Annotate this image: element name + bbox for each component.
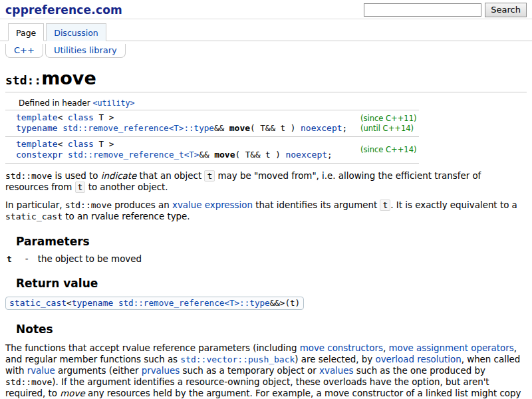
italic-text: move	[60, 388, 84, 398]
inline-code-box: t	[75, 182, 86, 193]
code-keyword: class	[68, 139, 94, 149]
code-keyword: template	[16, 139, 58, 149]
page-title: std::move	[5, 67, 527, 90]
site-header: cppreference.com Search	[0, 0, 532, 19]
code-text: ;	[342, 123, 348, 133]
text: to an rvalue reference type.	[63, 211, 190, 221]
parameter-name: t	[7, 254, 12, 264]
code-text: T >	[94, 139, 114, 149]
declaration-row: template< class T > typename std::remove…	[5, 110, 419, 137]
intro-paragraph: std::move is used to indicate that an ob…	[5, 170, 527, 193]
version-labels: (since C++14)	[360, 137, 419, 164]
code-link[interactable]: <utility>	[92, 98, 134, 108]
declaration-line: typename std::remove_reference<T>::type&…	[16, 123, 360, 134]
code-link[interactable]: std::remove_reference<T>::type	[63, 123, 214, 133]
intro-paragraph: In particular, std::move produces an xva…	[5, 200, 527, 222]
tab-discussion[interactable]: Discussion	[46, 23, 106, 41]
function-name: move	[229, 123, 250, 133]
code-text: &&	[214, 123, 229, 133]
search-button[interactable]: Search	[485, 3, 527, 17]
text: ) are selected, by	[295, 354, 375, 364]
code-text	[113, 298, 118, 308]
code-link[interactable]: std::vector::push_back	[180, 354, 295, 364]
section-heading-notes: Notes	[16, 323, 527, 336]
text: is used to	[52, 171, 100, 181]
code-text: static_cast	[5, 211, 63, 221]
code-link[interactable]: std::remove_reference_t<T>	[68, 150, 199, 160]
declaration-table: Defined in header <utility> template< cl…	[5, 96, 419, 164]
parameter-dash: -	[25, 254, 29, 264]
title-separator	[5, 92, 527, 92]
code-keyword: static_cast	[9, 298, 66, 308]
code-text: ( T&& t )	[250, 123, 301, 133]
search-area: Search	[364, 3, 527, 17]
code-keyword: typename	[72, 298, 114, 308]
code-text	[63, 150, 68, 160]
text: The functions that accept rvalue referen…	[5, 343, 300, 353]
tab-page[interactable]: Page	[8, 23, 44, 41]
text: such as a temporary object or	[180, 366, 319, 376]
breadcrumb: C++ Utilities library	[0, 41, 532, 62]
declaration-code: template< class T > constexpr std::remov…	[5, 137, 360, 164]
code-text: ( T&& t )	[235, 150, 286, 160]
code-text: <	[58, 139, 68, 149]
text: to another object.	[85, 182, 168, 192]
breadcrumb-utilities-library[interactable]: Utilities library	[45, 44, 126, 58]
text-link[interactable]: move assignment operators	[388, 343, 513, 353]
defined-in-header-cell: Defined in header <utility>	[5, 96, 419, 110]
section-heading-parameters: Parameters	[16, 235, 527, 248]
text-link[interactable]: rvalue	[27, 366, 55, 376]
code-text: &&	[199, 150, 214, 160]
main-content: std::move Defined in header <utility> te…	[0, 67, 532, 399]
code-keyword: template	[16, 112, 58, 122]
declaration-line: template< class T >	[16, 139, 360, 150]
code-text: <	[66, 298, 72, 308]
code-keyword: noexcept	[285, 150, 327, 160]
return-value-code-box: static_cast<typename std::remove_referen…	[5, 297, 304, 310]
code-keyword: class	[68, 112, 94, 122]
code-text: std::move	[65, 200, 112, 210]
text-link[interactable]: xvalue expression	[172, 200, 253, 210]
parameter-description: the object to be moved	[38, 254, 142, 264]
version-labels: (since C++11) (until C++14)	[360, 110, 419, 137]
text-link[interactable]: overload resolution	[375, 354, 461, 364]
version-label: (until C++14)	[360, 124, 418, 134]
text: arguments (either	[55, 366, 142, 376]
text: that identifies its argument	[253, 200, 380, 210]
code-text: ;	[327, 150, 332, 160]
code-text: std::move	[5, 377, 52, 387]
function-name: move	[214, 150, 235, 160]
text: produces an	[112, 200, 172, 210]
text-link[interactable]: prvalues	[142, 366, 180, 376]
text: . It is exactly equivalent to a	[390, 200, 517, 210]
text: Defined in header	[19, 98, 92, 108]
breadcrumb-cpp[interactable]: C++	[5, 44, 43, 58]
text-link[interactable]: xvalues	[319, 366, 353, 376]
declaration-line: template< class T >	[16, 112, 360, 123]
italic-text: indicate	[101, 171, 136, 181]
section-heading-return-value: Return value	[16, 277, 527, 290]
inline-code-box: t	[204, 170, 215, 182]
text: such as the one produced by	[354, 366, 485, 376]
code-link[interactable]: std::remove_reference<T>::type	[118, 298, 270, 308]
code-text: std::move	[5, 171, 52, 181]
tab-strip: Page Discussion	[0, 19, 532, 41]
code-text: &&>(t)	[270, 298, 301, 308]
page-title-prefix: std::	[5, 73, 41, 87]
defined-in-header-row: Defined in header <utility>	[5, 96, 419, 110]
text: In particular,	[5, 200, 65, 210]
text-link[interactable]: move constructors	[300, 343, 383, 353]
inline-code-box: t	[380, 200, 390, 211]
text: that an object	[136, 171, 204, 181]
code-text: T >	[94, 112, 114, 122]
parameter-row: t - the object to be moved	[5, 254, 527, 264]
search-input[interactable]	[364, 3, 481, 17]
declaration-code: template< class T > typename std::remove…	[5, 110, 360, 137]
version-label: (since C++14)	[360, 145, 418, 155]
code-keyword: typename	[16, 123, 58, 133]
code-keyword: constexpr	[16, 150, 63, 160]
notes-paragraph: The functions that accept rvalue referen…	[5, 342, 527, 399]
version-label: (since C++11)	[360, 114, 418, 124]
declaration-line: constexpr std::remove_reference_t<T>&& m…	[16, 150, 360, 160]
site-title[interactable]: cppreference.com	[5, 3, 122, 17]
